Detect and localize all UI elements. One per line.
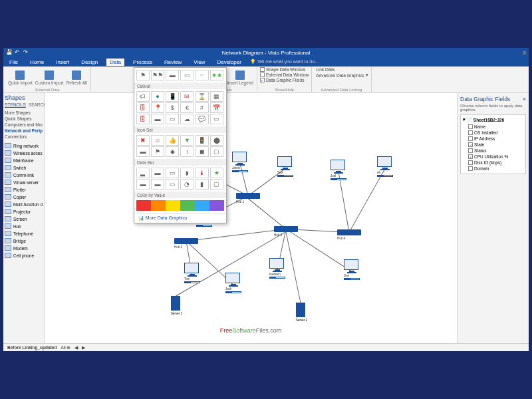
callout-cloud-icon[interactable]: ☁ (180, 114, 194, 124)
save-icon[interactable]: 💾 (6, 49, 13, 56)
custom-import-button[interactable]: Custom Import (35, 70, 65, 86)
chk-data-graphic-fields[interactable]: ✓Data Graphic Fields (260, 78, 304, 82)
chk-external-data[interactable]: External Data Window (260, 72, 309, 77)
checkbox-icon[interactable] (468, 148, 473, 153)
checkbox-icon[interactable] (468, 136, 473, 141)
is-hbar-icon[interactable]: ▬ (136, 146, 150, 157)
undo-icon[interactable]: ↶ (15, 49, 21, 56)
db-therm-icon[interactable]: 🌡 (196, 168, 209, 178)
shape-item[interactable]: Ring network (5, 142, 43, 149)
dg-flag-icon[interactable]: ⚑ (136, 70, 150, 80)
is-x-icon[interactable]: ✖ (136, 135, 150, 146)
is-dots-icon[interactable]: ⬤ (210, 135, 223, 146)
dg-flags-icon[interactable]: ⚑⚑ (151, 70, 164, 80)
shape-item[interactable]: Comm-link (5, 172, 43, 178)
color-by-value-swatches[interactable] (134, 198, 226, 213)
data-graphics-dropdown[interactable]: ⚑ ⚑⚑ ▬ ▭ ┄ ★★ Callout 🏷 ● 📱 ✉ ⌛ ▦ 🗄 📍 (134, 67, 227, 223)
insert-legend-button[interactable]: Insert Legend (226, 70, 254, 86)
tab-review[interactable]: Review (161, 59, 185, 66)
db-box-icon[interactable]: ▢ (210, 179, 223, 190)
tell-me-search[interactable]: 💡 Tell me what you want to do… (250, 59, 319, 65)
dg-progress-icon[interactable]: ▭ (180, 70, 194, 80)
nav-right-icon[interactable]: ▶ (82, 345, 85, 350)
is-thumb-icon[interactable]: 👍 (166, 135, 179, 146)
shape-item[interactable]: Projector (5, 208, 43, 215)
callout-cal2-icon[interactable]: 📅 (210, 102, 223, 113)
search-tab[interactable]: SEARCH (29, 102, 47, 108)
db-stars-icon[interactable]: ★ (210, 168, 223, 178)
callout-tag-icon[interactable]: 🏷 (136, 91, 150, 102)
hub-node[interactable]: Hub 1 (236, 193, 260, 199)
dg-stars-icon[interactable]: ★★ (210, 70, 223, 80)
db-bar3-icon[interactable]: ▬ (136, 179, 150, 190)
quick-import-button[interactable]: Quick Import (7, 70, 33, 86)
all-tab[interactable]: All ⊕ (61, 345, 70, 350)
shape-item[interactable]: Hub (5, 223, 43, 229)
tab-home[interactable]: Home (27, 59, 47, 66)
db-prog-icon[interactable]: ▭ (166, 168, 179, 178)
computer-node[interactable]: Nazeem (269, 258, 285, 279)
checkbox-icon[interactable]: ✓ (468, 142, 473, 147)
checkbox-icon[interactable] (468, 166, 473, 171)
is-squares-icon[interactable]: ◼ (196, 146, 209, 157)
shape-item[interactable]: Copier (5, 194, 43, 200)
shape-item[interactable]: Virtual server (5, 179, 43, 186)
tab-process[interactable]: Process (130, 59, 156, 66)
computer-node[interactable]: Joel (331, 160, 346, 180)
is-wifi-icon[interactable]: ▼ (180, 135, 194, 146)
shape-item[interactable]: Wireless access point (5, 150, 43, 156)
callout-num-icon[interactable]: ▭ (166, 114, 179, 124)
file-tab[interactable]: File (6, 59, 21, 66)
checkbox-icon[interactable] (468, 130, 473, 135)
callout-mail-icon[interactable]: ✉ (180, 91, 194, 102)
callout-db-icon[interactable]: 🗄 (136, 102, 150, 113)
cat-connectors[interactable]: Connectors (5, 134, 43, 140)
tab-insert[interactable]: Insert (53, 59, 72, 66)
advanced-dg-button[interactable]: Advanced Data Graphics ▾ (315, 72, 368, 78)
nav-left-icon[interactable]: ◀ (74, 345, 78, 350)
server-node[interactable]: Server 1 (171, 296, 180, 311)
callout-euro-icon[interactable]: € (180, 102, 194, 113)
tab-developer[interactable]: Developer (213, 59, 244, 66)
hub-node[interactable]: Hub 3 (274, 226, 298, 232)
dgf-field-row[interactable]: Domain (463, 166, 523, 172)
callout-hash-icon[interactable]: # (196, 102, 209, 113)
is-arrows-icon[interactable]: ↕ (180, 146, 194, 157)
is-traffic-icon[interactable]: 🚦 (196, 135, 209, 146)
computer-node[interactable]: Jack (225, 273, 241, 293)
dg-dash-icon[interactable]: ┄ (196, 70, 209, 80)
computer-node[interactable]: Ali (377, 156, 393, 177)
callout-circle-icon[interactable]: ● (151, 91, 164, 102)
shape-item[interactable]: Mainframe (5, 157, 43, 164)
callout-note-icon[interactable]: ▭ (210, 114, 223, 124)
callout-cal-icon[interactable]: ▦ (210, 91, 223, 102)
refresh-all-button[interactable]: Refresh All (65, 70, 87, 86)
link-data-button[interactable]: Link Data (315, 67, 334, 72)
hub-node[interactable]: Hub 2 (174, 238, 198, 244)
checkbox-icon[interactable]: ✓ (468, 154, 473, 159)
tab-view[interactable]: View (190, 59, 208, 66)
dgf-field-row[interactable]: ✓CPU Utilization % (463, 154, 523, 160)
shape-item[interactable]: Screen (5, 215, 43, 222)
dgf-field-row[interactable]: Disk IO (kbps) (463, 160, 523, 166)
more-data-graphics-link[interactable]: 📊 More Data Graphics (134, 213, 226, 223)
db-dial-icon[interactable]: ◔ (180, 179, 194, 190)
shape-item[interactable]: Bridge (5, 237, 43, 244)
computer-node[interactable]: Jamie (232, 152, 248, 172)
dgf-field-row[interactable]: ✓State (463, 142, 523, 148)
dgf-field-row[interactable]: Name (463, 124, 523, 130)
cat-network[interactable]: Network and Peripherals (5, 128, 43, 134)
callout-fill-icon[interactable]: ▬ (151, 114, 164, 124)
callout-hourglass-icon[interactable]: ⌛ (196, 91, 209, 102)
shape-item[interactable]: Switch (5, 164, 43, 171)
callout-dollar-icon[interactable]: $ (166, 102, 179, 113)
shape-item[interactable]: Multi-function device (5, 201, 43, 207)
dgf-field-row[interactable]: OS Installed (463, 130, 523, 136)
sheet-tab[interactable]: Before Linking_updated (7, 345, 57, 350)
chk-shape-data[interactable]: Shape Data Window (260, 67, 305, 72)
is-rsquares-icon[interactable]: ▢ (210, 146, 223, 157)
is-face-icon[interactable]: ☺ (151, 135, 164, 146)
checkbox-icon[interactable] (468, 124, 473, 129)
server-node[interactable]: Server 2 (296, 303, 305, 317)
cat-quick-shapes[interactable]: Quick Shapes (5, 116, 43, 122)
